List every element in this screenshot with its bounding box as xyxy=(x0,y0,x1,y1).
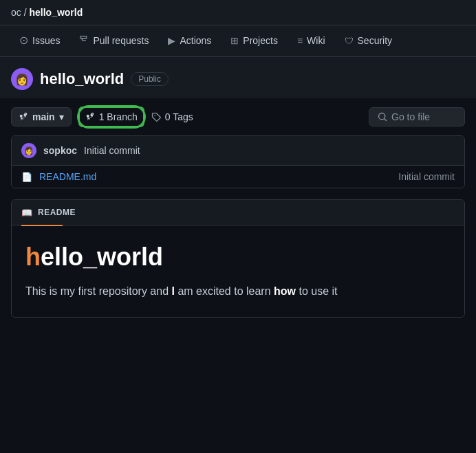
current-branch-name: main xyxy=(32,111,55,122)
readme-header: README xyxy=(12,200,464,225)
tab-actions[interactable]: Actions xyxy=(160,27,219,56)
commit-username[interactable]: sopkoc xyxy=(43,145,77,156)
readme-title-highlight: h xyxy=(25,243,41,271)
file-list: 👩 sopkoc Initial commit README.md Initia… xyxy=(11,135,465,188)
tab-pull-requests[interactable]: Pull requests xyxy=(71,27,157,56)
go-to-file-button[interactable]: Go to file xyxy=(369,107,465,126)
avatar: 👩 xyxy=(11,68,33,90)
wiki-icon xyxy=(297,35,303,46)
pr-icon xyxy=(79,36,89,45)
file-name[interactable]: README.md xyxy=(39,171,96,182)
readme-title-rest: ello_world xyxy=(41,243,163,271)
branch-selector-icon xyxy=(19,112,28,122)
projects-icon xyxy=(230,35,239,46)
readme-section: README hello_world This is my first repo… xyxy=(11,199,465,318)
readme-text-part1: This is my first repository and xyxy=(25,285,172,297)
tags-count[interactable]: 0 Tags xyxy=(151,111,193,122)
tab-pr-label: Pull requests xyxy=(93,35,149,46)
issues-icon xyxy=(19,34,28,47)
readme-title-label: README xyxy=(38,208,76,217)
tab-projects-label: Projects xyxy=(243,35,278,46)
tab-actions-label: Actions xyxy=(180,35,211,46)
breadcrumb: oc / hello_world xyxy=(0,0,476,25)
tab-issues[interactable]: Issues xyxy=(11,25,68,56)
tags-count-label: 0 Tags xyxy=(165,111,193,122)
file-commit-message: Initial commit xyxy=(398,171,455,182)
tag-icon xyxy=(151,112,161,122)
breadcrumb-owner[interactable]: oc xyxy=(11,7,21,18)
branch-count-icon xyxy=(85,112,95,122)
tab-projects[interactable]: Projects xyxy=(222,27,286,56)
tab-security-label: Security xyxy=(358,35,393,46)
commit-row: 👩 sopkoc Initial commit xyxy=(12,136,464,166)
book-icon xyxy=(21,207,32,218)
branch-count-label: 1 Branch xyxy=(99,111,138,122)
repo-header: 👩 hello_world Public xyxy=(0,57,476,98)
repo-title: hello_world xyxy=(40,70,124,88)
actions-icon xyxy=(168,35,175,46)
branch-bar: main 1 Branch 0 Tags Go to file xyxy=(0,98,476,135)
visibility-badge: Public xyxy=(131,72,169,86)
branch-chevron-icon xyxy=(59,111,64,122)
readme-body: hello_world This is my first repository … xyxy=(12,226,464,317)
branch-selector[interactable]: main xyxy=(11,107,72,126)
file-row: README.md Initial commit xyxy=(12,166,464,188)
avatar-emoji: 👩 xyxy=(15,73,29,86)
branch-count[interactable]: 1 Branch xyxy=(78,107,144,127)
readme-description: This is my first repository and I am exc… xyxy=(25,283,451,300)
tab-issues-label: Issues xyxy=(32,35,60,46)
tab-wiki[interactable]: Wiki xyxy=(289,27,334,56)
go-to-file-label: Go to file xyxy=(391,111,430,122)
commit-avatar-emoji: 👩 xyxy=(24,146,34,155)
tab-wiki-label: Wiki xyxy=(307,35,325,46)
nav-tabs: Issues Pull requests Actions Projects Wi… xyxy=(0,25,476,57)
tab-security[interactable]: Security xyxy=(336,27,401,56)
commit-avatar: 👩 xyxy=(21,143,36,158)
file-icon xyxy=(21,171,32,182)
readme-text-part3: to use it xyxy=(296,285,337,297)
readme-text-part2: am excited to learn xyxy=(175,285,274,297)
search-icon xyxy=(378,112,387,122)
readme-main-title: hello_world xyxy=(25,243,451,272)
readme-text-bold2: how xyxy=(274,285,296,297)
commit-message: Initial commit xyxy=(84,145,140,156)
security-icon xyxy=(345,35,354,46)
breadcrumb-repo[interactable]: hello_world xyxy=(29,7,83,18)
